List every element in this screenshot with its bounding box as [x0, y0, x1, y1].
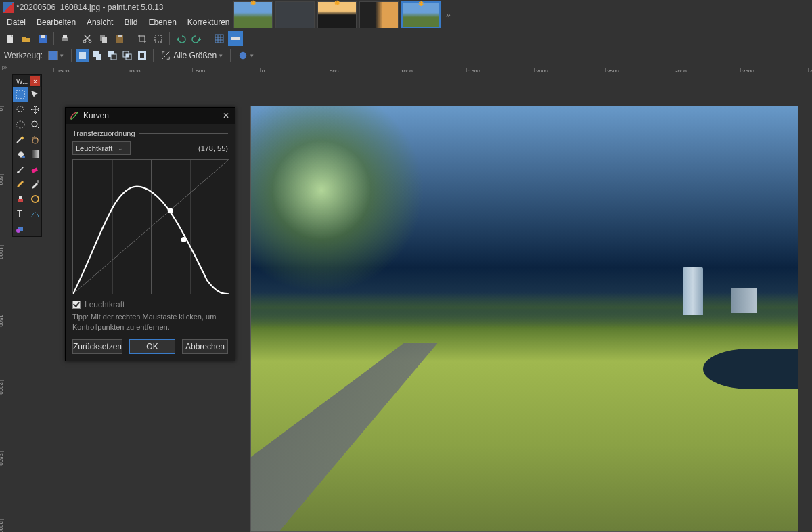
tool-label: Werkzeug:	[4, 51, 43, 60]
tools-panel-title-bar[interactable]: W... ×	[13, 75, 41, 87]
svg-rect-15	[215, 35, 223, 43]
svg-marker-13	[177, 37, 179, 41]
curves-dialog: Kurven ✕ Transferzuordnung Leuchtkraft ⌄…	[65, 107, 235, 361]
svg-rect-37	[19, 196, 22, 199]
deselect-icon[interactable]	[151, 31, 166, 46]
tool-magic-wand[interactable]	[13, 132, 28, 147]
image-region	[703, 349, 798, 389]
tool-brush[interactable]	[13, 162, 28, 177]
redo-icon[interactable]	[189, 31, 204, 46]
svg-rect-17	[79, 52, 86, 59]
tool-color-picker[interactable]	[28, 177, 43, 192]
chevron-down-icon: ▾	[60, 52, 64, 59]
reset-button[interactable]: Zurücksetzen	[72, 339, 122, 354]
tool-eraser[interactable]	[28, 162, 43, 177]
tools-panel-title: W...	[14, 78, 28, 85]
chevron-down-icon: ▾	[250, 52, 254, 59]
svg-point-30	[16, 121, 24, 128]
tool-move-pixels[interactable]	[28, 102, 43, 117]
canvas-image[interactable]	[250, 106, 798, 532]
close-icon[interactable]: ×	[30, 76, 40, 86]
tool-recolor[interactable]	[28, 192, 43, 206]
ruler-horizontal: -1500 -1000 -500 0 500 1000 1500 2000 25…	[9, 63, 812, 72]
paste-icon[interactable]	[112, 31, 127, 46]
grid-icon[interactable]	[212, 31, 227, 46]
crop-icon[interactable]	[135, 31, 150, 46]
circle-fill-icon	[238, 51, 248, 60]
luminosity-checkbox[interactable]	[72, 301, 81, 309]
image-region	[251, 343, 590, 532]
tool-picker[interactable]: ▾	[45, 50, 66, 61]
tool-pan[interactable]	[28, 132, 43, 147]
svg-rect-12	[155, 35, 162, 42]
ruler-tick: 1500	[0, 313, 4, 327]
resize-icon	[161, 51, 171, 60]
svg-point-29	[17, 106, 24, 112]
undo-icon[interactable]	[173, 31, 188, 46]
sel-mode-replace-icon[interactable]	[76, 49, 89, 62]
tool-text[interactable]: T	[13, 206, 28, 221]
tool-line[interactable]	[28, 206, 43, 221]
thumb-2[interactable]	[275, 1, 315, 28]
tool-zoom[interactable]	[28, 117, 43, 132]
sel-mode-add-icon[interactable]	[91, 49, 104, 62]
tool-options-bar: Werkzeug: ▾ Alle Größen ▾ ▾	[0, 47, 812, 64]
tool-pencil[interactable]	[13, 177, 28, 192]
ruler-tick: 3000	[0, 519, 4, 532]
close-icon[interactable]: ✕	[221, 111, 231, 120]
sel-mode-intersect-icon[interactable]	[121, 49, 133, 62]
ruler-tick: 2000	[0, 380, 4, 395]
cut-icon[interactable]	[80, 31, 95, 46]
curves-coord: (178, 55)	[198, 144, 228, 152]
svg-point-31	[32, 121, 37, 127]
save-icon[interactable]	[35, 31, 50, 46]
thumb-overflow-icon[interactable]: »	[443, 10, 453, 20]
svg-line-42	[73, 160, 229, 294]
image-region	[731, 288, 757, 313]
dialog-title-bar[interactable]: Kurven ✕	[66, 108, 235, 124]
svg-point-43	[168, 208, 173, 213]
ruler-icon[interactable]	[228, 31, 243, 46]
thumb-5[interactable]: ✱	[401, 1, 441, 28]
thumb-4[interactable]	[359, 1, 399, 28]
svg-rect-24	[126, 54, 129, 57]
menu-datei[interactable]: Datei	[1, 16, 31, 29]
menu-bearbeiten[interactable]: Bearbeiten	[31, 16, 81, 29]
tool-gradient[interactable]	[28, 147, 43, 162]
copy-icon[interactable]	[96, 31, 111, 46]
curves-mode-value: Leuchtkraft	[76, 144, 112, 152]
tool-rect-select[interactable]	[13, 87, 28, 102]
tool-clone[interactable]	[13, 192, 28, 206]
selection-size-label: Alle Größen	[173, 51, 217, 60]
ruler-tick: 2500	[0, 451, 4, 466]
menu-ebenen[interactable]: Ebenen	[143, 16, 181, 29]
menu-bild[interactable]: Bild	[118, 16, 143, 29]
sel-mode-sub-icon[interactable]	[106, 49, 118, 62]
cancel-button[interactable]: Abbrechen	[182, 339, 228, 354]
thumb-1[interactable]: ✱	[233, 1, 273, 28]
tool-ellipse-select[interactable]	[13, 117, 28, 132]
curves-graph[interactable]	[72, 159, 229, 294]
tool-lasso[interactable]	[13, 102, 28, 117]
menu-korrekturen[interactable]: Korrekturen	[182, 16, 235, 29]
new-file-icon[interactable]	[3, 31, 18, 46]
sel-mode-invert-icon[interactable]	[136, 49, 148, 62]
print-icon[interactable]	[58, 31, 72, 46]
curves-mode-select[interactable]: Leuchtkraft ⌄	[72, 141, 131, 155]
main-toolbar	[0, 30, 812, 47]
menu-ansicht[interactable]: Ansicht	[81, 16, 118, 29]
ok-button[interactable]: OK	[129, 339, 175, 354]
ruler-tick: 500	[0, 174, 4, 185]
fill-style-dropdown[interactable]: ▾	[235, 50, 256, 61]
rect-select-icon	[48, 51, 58, 60]
selection-size-dropdown[interactable]: Alle Größen ▾	[158, 51, 225, 60]
curves-icon	[70, 111, 79, 120]
image-region	[251, 106, 427, 316]
tool-shapes[interactable]	[13, 221, 28, 236]
tool-move-selection[interactable]	[28, 87, 43, 102]
thumb-3[interactable]: ✱	[317, 1, 357, 28]
dialog-title: Kurven	[83, 111, 109, 120]
svg-marker-14	[199, 37, 201, 41]
tool-fill[interactable]	[13, 147, 28, 162]
open-file-icon[interactable]	[19, 31, 34, 46]
